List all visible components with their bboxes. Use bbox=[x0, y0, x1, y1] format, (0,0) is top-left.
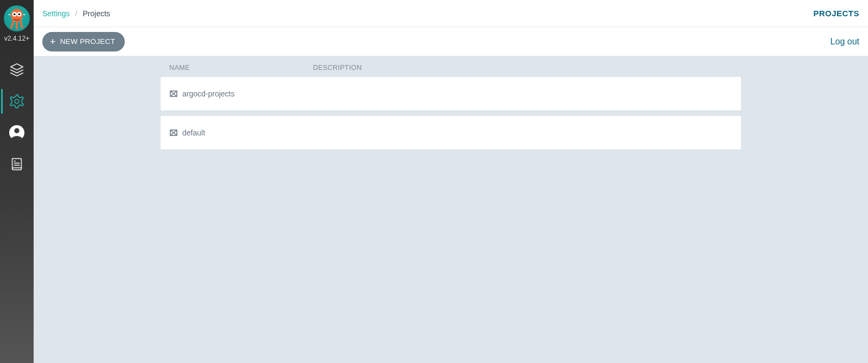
toolbar: + NEW PROJECT Log out bbox=[34, 27, 868, 56]
project-icon bbox=[169, 89, 178, 98]
layers-icon bbox=[9, 62, 25, 78]
breadcrumb-bar: Settings / Projects PROJECTS bbox=[34, 0, 868, 27]
gear-icon bbox=[9, 93, 25, 109]
svg-point-8 bbox=[15, 99, 19, 103]
svg-point-10 bbox=[14, 128, 19, 133]
column-name: NAME bbox=[169, 64, 313, 72]
nav-settings[interactable] bbox=[0, 86, 34, 117]
page-title-projects: PROJECTS bbox=[813, 9, 859, 18]
sidebar-nav bbox=[0, 54, 34, 180]
nav-user[interactable] bbox=[0, 117, 34, 148]
project-row[interactable]: argocd-projects bbox=[161, 77, 741, 111]
version-label: v2.4.12+ bbox=[4, 35, 29, 42]
main-content: Settings / Projects PROJECTS + NEW PROJE… bbox=[34, 0, 868, 363]
new-project-button[interactable]: + NEW PROJECT bbox=[42, 32, 125, 51]
argo-logo[interactable] bbox=[4, 5, 30, 31]
svg-point-3 bbox=[14, 13, 16, 15]
nav-applications[interactable] bbox=[0, 54, 34, 86]
octopus-icon bbox=[8, 7, 26, 30]
sidebar: v2.4.12+ bbox=[0, 0, 34, 363]
new-project-label: NEW PROJECT bbox=[60, 37, 116, 46]
logout-link[interactable]: Log out bbox=[831, 37, 859, 47]
breadcrumb-settings-link[interactable]: Settings bbox=[42, 9, 70, 18]
project-row[interactable]: default bbox=[161, 116, 741, 150]
breadcrumb-separator: / bbox=[75, 9, 78, 18]
content-area: NAME DESCRIPTION argocd-projects default bbox=[34, 56, 868, 363]
svg-marker-7 bbox=[11, 64, 23, 70]
user-circle-icon bbox=[9, 125, 25, 141]
project-name: default bbox=[182, 128, 312, 137]
book-icon bbox=[9, 156, 25, 172]
project-icon bbox=[169, 128, 178, 137]
breadcrumb-current: Projects bbox=[82, 9, 110, 18]
project-name: argocd-projects bbox=[182, 89, 312, 98]
column-description: DESCRIPTION bbox=[313, 64, 732, 72]
svg-point-4 bbox=[18, 13, 20, 15]
nav-docs[interactable] bbox=[0, 148, 34, 180]
table-header: NAME DESCRIPTION bbox=[161, 64, 741, 77]
plus-icon: + bbox=[50, 37, 56, 47]
